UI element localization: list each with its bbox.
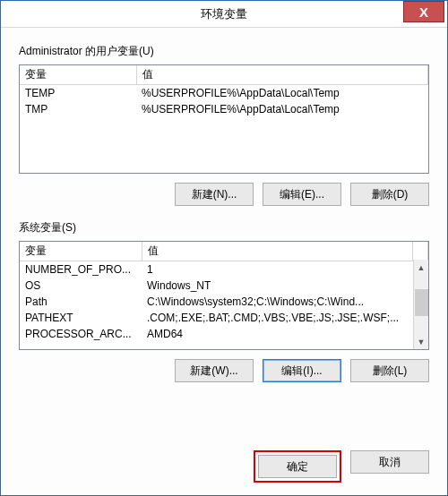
var-value: Windows_NT <box>142 278 413 294</box>
sys-scrollbar[interactable]: ▲ ▼ <box>413 260 428 349</box>
sys-header-value[interactable]: 值 <box>142 242 413 261</box>
table-row[interactable]: TMP %USERPROFILE%\AppData\Local\Temp <box>20 101 428 117</box>
user-buttons-row: 新建(N)... 编辑(E)... 删除(D) <box>19 183 429 206</box>
sys-vars-label: 系统变量(S) <box>19 220 429 235</box>
var-value: AMD64 <box>142 326 413 342</box>
window-title: 环境变量 <box>1 6 447 22</box>
sys-header-name[interactable]: 变量 <box>20 242 142 261</box>
var-name: PATHEXT <box>20 310 142 326</box>
table-row[interactable]: NUMBER_OF_PRO... 1 <box>20 261 428 278</box>
var-name: OS <box>20 278 142 294</box>
close-button[interactable]: X <box>403 1 444 22</box>
content-area: Administrator 的用户变量(U) 变量 值 TEMP %USERPR… <box>1 28 447 495</box>
var-name: NUMBER_OF_PRO... <box>20 261 142 278</box>
sys-new-button[interactable]: 新建(W)... <box>175 359 254 382</box>
cancel-button[interactable]: 取消 <box>350 450 429 474</box>
var-value: C:\Windows\system32;C:\Windows;C:\Wind..… <box>142 294 413 310</box>
user-edit-button[interactable]: 编辑(E)... <box>263 183 341 206</box>
ok-highlight-box: 确定 <box>254 450 341 483</box>
var-name: Path <box>20 294 142 310</box>
user-header-value[interactable]: 值 <box>136 65 428 85</box>
env-vars-dialog: 环境变量 X Administrator 的用户变量(U) 变量 值 TEMP … <box>0 0 448 496</box>
table-row[interactable]: OS Windows_NT <box>20 278 428 294</box>
user-vars-table[interactable]: 变量 值 TEMP %USERPROFILE%\AppData\Local\Te… <box>19 64 429 174</box>
close-icon: X <box>419 4 428 20</box>
scroll-up-icon[interactable]: ▲ <box>414 260 428 275</box>
user-delete-button[interactable]: 删除(D) <box>350 183 429 206</box>
scroll-thumb[interactable] <box>415 289 428 316</box>
table-row[interactable]: PATHEXT .COM;.EXE;.BAT;.CMD;.VBS;.VBE;.J… <box>20 310 428 326</box>
scroll-down-icon[interactable]: ▼ <box>414 334 428 349</box>
var-value: 1 <box>142 261 413 278</box>
titlebar: 环境变量 X <box>1 1 447 28</box>
var-value: %USERPROFILE%\AppData\Local\Temp <box>136 85 428 102</box>
var-value: .COM;.EXE;.BAT;.CMD;.VBS;.VBE;.JS;.JSE;.… <box>142 310 413 326</box>
sys-buttons-row: 新建(W)... 编辑(I)... 删除(L) <box>19 359 429 382</box>
sys-delete-button[interactable]: 删除(L) <box>350 359 429 382</box>
sys-vars-table[interactable]: 变量 值 NUMBER_OF_PRO... 1 OS Windows_NT <box>19 241 429 350</box>
table-row[interactable]: Path C:\Windows\system32;C:\Windows;C:\W… <box>20 294 428 310</box>
ok-button[interactable]: 确定 <box>258 455 337 478</box>
var-value: %USERPROFILE%\AppData\Local\Temp <box>136 101 428 117</box>
table-row[interactable]: PROCESSOR_ARC... AMD64 <box>20 326 428 342</box>
table-row[interactable]: TEMP %USERPROFILE%\AppData\Local\Temp <box>20 85 428 102</box>
sys-edit-button[interactable]: 编辑(I)... <box>263 359 341 382</box>
user-header-name[interactable]: 变量 <box>20 65 136 85</box>
footer-buttons: 确定 取消 <box>19 450 429 483</box>
scroll-header <box>413 242 428 261</box>
var-name: TEMP <box>20 85 136 102</box>
user-new-button[interactable]: 新建(N)... <box>175 183 254 206</box>
var-name: TMP <box>20 101 136 117</box>
user-vars-label: Administrator 的用户变量(U) <box>19 44 429 59</box>
var-name: PROCESSOR_ARC... <box>20 326 142 342</box>
